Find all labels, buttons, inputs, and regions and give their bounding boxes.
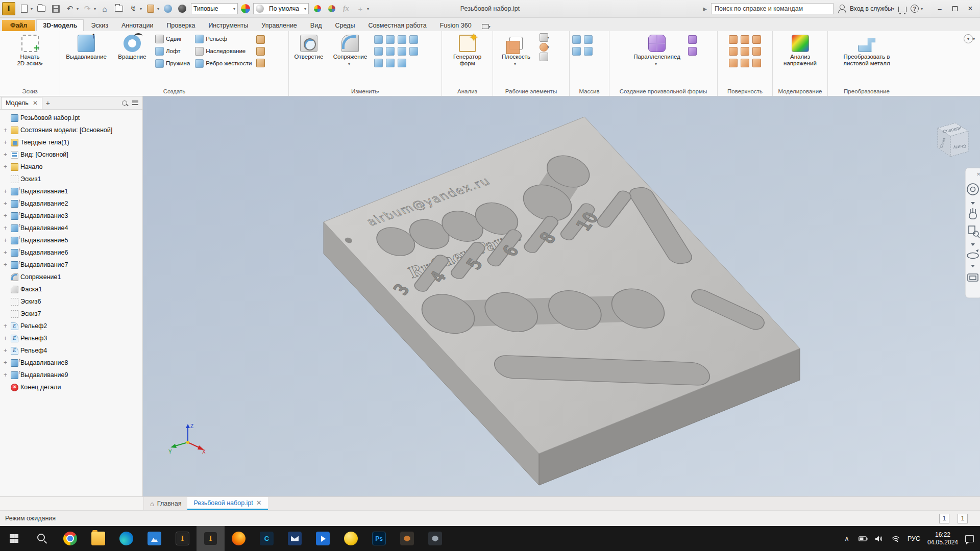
- stress-analysis-button[interactable]: Анализ напряжений: [775, 33, 826, 68]
- help-dropdown[interactable]: ▾: [921, 7, 923, 11]
- panel-label-surface[interactable]: Поверхность: [719, 87, 771, 96]
- redo-dropdown[interactable]: ▾: [94, 7, 96, 11]
- split-icon[interactable]: [398, 35, 406, 44]
- close-button[interactable]: ×: [963, 3, 978, 15]
- panel-label-analysis[interactable]: Анализ: [444, 87, 491, 96]
- taskbar-mail-button[interactable]: [281, 526, 309, 551]
- new-file-button[interactable]: [18, 3, 30, 14]
- render-button[interactable]: [177, 3, 188, 14]
- tab-sketch[interactable]: Эскиз: [85, 20, 114, 31]
- freeform-box-button[interactable]: Параллелепипед▾: [629, 33, 685, 68]
- derive-part-icon[interactable]: [256, 35, 265, 44]
- tab-environments[interactable]: Среды: [329, 20, 361, 31]
- derive-button[interactable]: Наследование: [193, 45, 253, 57]
- freeform-face-icon[interactable]: [688, 35, 697, 44]
- loft-button[interactable]: Лофт: [154, 45, 191, 57]
- tree-item[interactable]: +Выдавливание1: [2, 185, 142, 197]
- tree-item[interactable]: +Вид: [Основной]: [2, 148, 142, 161]
- ilogic-dropdown[interactable]: ▾: [140, 7, 142, 11]
- bend-part-icon[interactable]: [374, 59, 383, 67]
- browser-menu-icon[interactable]: [132, 101, 138, 105]
- volume-icon[interactable]: [875, 534, 884, 543]
- expander-icon[interactable]: +: [2, 224, 9, 232]
- tree-item[interactable]: Эскиз7: [2, 308, 142, 320]
- sweep-button[interactable]: Сдвиг: [154, 33, 191, 44]
- fillet-button[interactable]: Сопряжение▾: [329, 33, 371, 68]
- copy-object-button[interactable]: [113, 3, 125, 14]
- expander-icon[interactable]: +: [2, 163, 9, 170]
- draft-icon[interactable]: [374, 47, 383, 56]
- circular-pattern-icon[interactable]: [572, 47, 581, 56]
- tab-file[interactable]: Файл: [2, 20, 35, 31]
- navigation-bar[interactable]: ✕: [965, 168, 980, 298]
- expander-icon[interactable]: +: [2, 139, 9, 146]
- tab-annotate[interactable]: Аннотации: [115, 20, 159, 31]
- qat-overflow-dropdown[interactable]: ▾: [367, 7, 369, 11]
- taskbar-inventor-pro-button[interactable]: I: [197, 526, 225, 551]
- thread-icon[interactable]: [386, 35, 395, 44]
- tree-item[interactable]: +Выдавливание7: [2, 259, 142, 271]
- open-button[interactable]: [36, 3, 47, 14]
- stitch-icon[interactable]: [729, 35, 738, 44]
- tab-fusion360[interactable]: Fusion 360: [434, 20, 478, 31]
- inventor-logo[interactable]: I: [2, 2, 15, 15]
- hole-button[interactable]: Отверстие: [290, 33, 327, 62]
- delete-surface-icon[interactable]: [752, 59, 761, 67]
- link-button[interactable]: [162, 3, 174, 14]
- tree-item[interactable]: Фаска1: [2, 283, 142, 295]
- clock[interactable]: 16:22 04.05.2024: [927, 531, 958, 546]
- tab-collaborate[interactable]: Совместная работа: [362, 20, 432, 31]
- app-store-cart-icon[interactable]: [898, 7, 906, 12]
- taskbar-start-button[interactable]: [0, 526, 28, 551]
- mirror-icon[interactable]: [584, 35, 593, 44]
- taskbar-c-app-button[interactable]: C: [253, 526, 281, 551]
- tree-item[interactable]: +Выдавливание8: [2, 357, 142, 369]
- ribbon-collapse-button[interactable]: ▾: [964, 34, 973, 43]
- sketch-driven-pattern-icon[interactable]: [584, 47, 593, 56]
- tree-item[interactable]: +Выдавливание4: [2, 222, 142, 234]
- thicken-icon[interactable]: [398, 47, 406, 56]
- tree-item[interactable]: +Выдавливание5: [2, 234, 142, 246]
- expander-icon[interactable]: +: [2, 151, 9, 158]
- search-flyout-arrow-icon[interactable]: ▶: [703, 6, 707, 12]
- tab-view[interactable]: Вид: [304, 20, 328, 31]
- ribbon-collapse-dropdown[interactable]: ▾: [973, 37, 975, 41]
- panel-label-convert[interactable]: Преобразование: [829, 87, 904, 96]
- tab-document[interactable]: Резьбовой набор.ipt✕: [187, 497, 267, 510]
- expander-icon[interactable]: +: [2, 212, 9, 219]
- taskbar-edge-button[interactable]: [112, 526, 140, 551]
- expander-icon[interactable]: +: [2, 322, 9, 330]
- tree-item[interactable]: +Выдавливание3: [2, 210, 142, 222]
- taskbar-game2-button[interactable]: [421, 526, 449, 551]
- rectangular-pattern-icon[interactable]: [572, 35, 581, 44]
- panel-label-work-features[interactable]: Рабочие элементы: [495, 87, 568, 96]
- expander-icon[interactable]: +: [2, 237, 9, 244]
- ruled-surface-icon[interactable]: [729, 59, 738, 67]
- expander-icon[interactable]: +: [2, 200, 9, 207]
- taskbar-search-button[interactable]: [28, 526, 56, 551]
- expander-icon[interactable]: +: [2, 127, 9, 134]
- panel-label-simulation[interactable]: Моделирование: [774, 87, 826, 96]
- taskbar-media-button[interactable]: [309, 526, 337, 551]
- undo-dropdown[interactable]: ▾: [77, 7, 79, 11]
- material-browser-dropdown[interactable]: ▾: [157, 7, 159, 11]
- panel-label-create[interactable]: Создать: [62, 87, 287, 96]
- tree-item[interactable]: Эскиз6: [2, 295, 142, 308]
- expander-icon[interactable]: +: [2, 249, 9, 256]
- panel-label-pattern[interactable]: Массив: [571, 87, 607, 96]
- tree-item[interactable]: +Состояния модели: [Основной]: [2, 124, 142, 136]
- tree-item[interactable]: +Рельеф3: [2, 332, 142, 344]
- tree-item[interactable]: Конец детали: [2, 381, 142, 393]
- tree-item[interactable]: +Рельеф4: [2, 344, 142, 357]
- import-icon[interactable]: [256, 47, 265, 56]
- ilogic-button[interactable]: ↯: [128, 3, 139, 14]
- combine-icon[interactable]: [386, 47, 395, 56]
- convert-sheetmetal-button[interactable]: Преобразовать в листовой металл: [831, 33, 902, 68]
- browser-tab-model[interactable]: Модель✕: [1, 97, 42, 109]
- tree-item[interactable]: +Твердые тела(1): [2, 136, 142, 148]
- trim-icon[interactable]: [741, 47, 749, 56]
- help-icon[interactable]: ?: [911, 5, 919, 13]
- panel-label-modify[interactable]: Изменить▾: [290, 87, 440, 96]
- tab-tools[interactable]: Инструменты: [202, 20, 254, 31]
- adjust-appearance-button[interactable]: [312, 3, 323, 14]
